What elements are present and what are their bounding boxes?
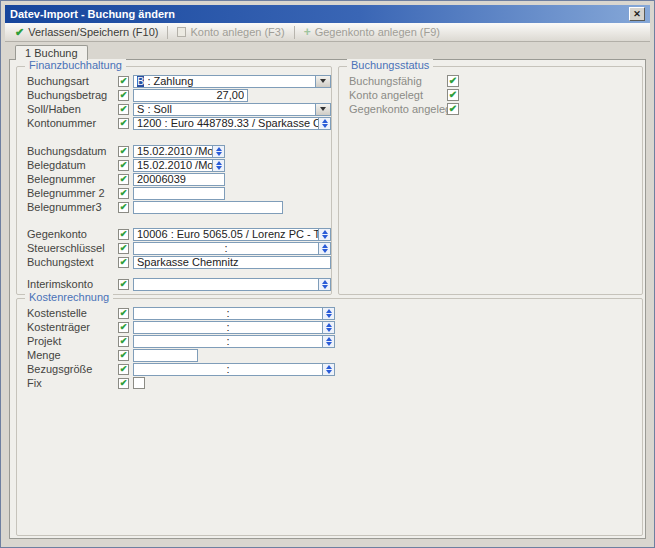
main-panel: Finanzbuchhaltung Buchungsart B : Zahlun… [9, 59, 646, 539]
interimskonto-spinner[interactable] [133, 278, 331, 291]
menge-apply-checkbox[interactable] [118, 350, 129, 361]
menge-input[interactable] [133, 349, 198, 362]
row-belegnummer3: Belegnummer3 [17, 200, 331, 214]
spinner-updown-icon[interactable] [322, 336, 334, 347]
fix-checkbox[interactable] [133, 377, 145, 389]
fix-apply-checkbox[interactable] [118, 378, 129, 389]
new-account-icon [177, 27, 186, 37]
kostenstelle-label: Kostenstelle [27, 307, 118, 319]
sollhaben-apply-checkbox[interactable] [118, 104, 129, 115]
steuerschluessel-spinner[interactable]: : [133, 242, 331, 255]
steuerschluessel-apply-checkbox[interactable] [118, 243, 129, 254]
belegnummer-apply-checkbox[interactable] [118, 174, 129, 185]
close-icon[interactable]: ✕ [629, 7, 645, 21]
buchungstext-apply-checkbox[interactable] [118, 257, 129, 268]
projekt-label: Projekt [27, 335, 118, 347]
kostentraeger-label: Kostenträger [27, 321, 118, 333]
row-menge: Menge [17, 348, 642, 362]
belegdatum-spinner[interactable]: 15.02.2010 /Mo [133, 159, 225, 172]
belegnummer2-label: Belegnummer 2 [27, 187, 118, 199]
belegnummer-input[interactable] [133, 173, 225, 186]
spinner-updown-icon[interactable] [318, 118, 330, 129]
projekt-apply-checkbox[interactable] [118, 336, 129, 347]
buchungsdatum-apply-checkbox[interactable] [118, 146, 129, 157]
gegenkonto-angelegt-label: Gegenkonto angelegt [349, 103, 447, 115]
chevron-down-icon[interactable] [315, 76, 330, 87]
kontonummer-value: 1200 : Euro 448789.33 / Sparkasse Chemni… [134, 117, 318, 129]
status-check-icon [447, 103, 459, 115]
status-row: Konto angelegt [339, 88, 642, 102]
tab-buchung[interactable]: 1 Buchung [15, 45, 88, 60]
buchungsbetrag-apply-checkbox[interactable] [118, 90, 129, 101]
create-contra-account-button[interactable]: Gegenkonto anlegen (F9) [298, 25, 446, 39]
status-check-icon [447, 89, 459, 101]
kontonummer-spinner[interactable]: 1200 : Euro 448789.33 / Sparkasse Chemni… [133, 117, 331, 130]
kostentraeger-apply-checkbox[interactable] [118, 322, 129, 333]
save-exit-button[interactable]: Verlassen/Speichern (F10) [9, 25, 164, 40]
steuerschluessel-label: Steuerschlüssel [27, 242, 118, 254]
gegenkonto-value: 10006 : Euro 5065.05 / Lorenz PC - Techn… [134, 228, 318, 240]
spinner-updown-icon[interactable] [318, 243, 330, 254]
interimskonto-apply-checkbox[interactable] [118, 279, 129, 290]
bezugsgroesse-value: : [134, 363, 322, 375]
buchungsdatum-spinner[interactable]: 15.02.2010 /Mo [133, 145, 225, 158]
toolbar-separator [167, 26, 168, 39]
row-fix: Fix [17, 376, 642, 390]
add-contra-account-icon [304, 26, 311, 38]
bezugsgroesse-spinner[interactable]: : [133, 363, 335, 376]
spinner-updown-icon[interactable] [322, 322, 334, 333]
status-row: Buchungsfähig [339, 74, 642, 88]
row-belegnummer: Belegnummer [17, 172, 331, 186]
projekt-spinner[interactable]: : [133, 335, 335, 348]
kostenstelle-spinner[interactable]: : [133, 307, 335, 320]
row-kostentraeger: Kostenträger : [17, 320, 642, 334]
buchungsart-dropdown[interactable]: B : Zahlung [133, 75, 331, 88]
belegnummer-label: Belegnummer [27, 173, 118, 185]
buchungsfaehig-label: Buchungsfähig [349, 75, 447, 87]
row-belegdatum: Belegdatum 15.02.2010 /Mo [17, 158, 331, 172]
gegenkonto-label: Gegenkonto [27, 228, 118, 240]
create-account-button[interactable]: Konto anlegen (F3) [171, 25, 290, 39]
row-buchungsdatum: Buchungsdatum 15.02.2010 /Mo [17, 144, 331, 158]
projekt-value: : [134, 335, 322, 347]
buchungsbetrag-input[interactable] [133, 89, 248, 102]
create-contra-account-label: Gegenkonto anlegen (F9) [315, 26, 440, 38]
row-steuerschluessel: Steuerschlüssel : [17, 241, 331, 255]
row-buchungsbetrag: Buchungsbetrag [17, 88, 331, 102]
belegnummer3-input[interactable] [133, 201, 283, 214]
window-title: Datev-Import - Buchung ändern [10, 8, 629, 20]
toolbar-separator [294, 26, 295, 39]
kostentraeger-spinner[interactable]: : [133, 321, 335, 334]
spinner-updown-icon[interactable] [212, 146, 224, 157]
kostenstelle-value: : [134, 307, 322, 319]
row-sollhaben: Soll/Haben S : Soll [17, 102, 331, 116]
spinner-updown-icon[interactable] [322, 364, 334, 375]
gegenkonto-apply-checkbox[interactable] [118, 229, 129, 240]
spinner-updown-icon[interactable] [318, 279, 330, 290]
group-finanzbuchhaltung: Finanzbuchhaltung Buchungsart B : Zahlun… [16, 66, 332, 295]
row-interimskonto: Interimskonto [17, 277, 331, 291]
spinner-updown-icon[interactable] [212, 160, 224, 171]
belegnummer3-apply-checkbox[interactable] [118, 202, 129, 213]
kontonummer-apply-checkbox[interactable] [118, 118, 129, 129]
row-kontonummer: Kontonummer 1200 : Euro 448789.33 / Spar… [17, 116, 331, 130]
buchungsdatum-label: Buchungsdatum [27, 145, 118, 157]
kostenstelle-apply-checkbox[interactable] [118, 308, 129, 319]
buchungsart-apply-checkbox[interactable] [118, 76, 129, 87]
buchungstext-input[interactable] [133, 256, 331, 269]
kontonummer-label: Kontonummer [27, 117, 118, 129]
row-bezugsgroesse: Bezugsgröße : [17, 362, 642, 376]
bezugsgroesse-apply-checkbox[interactable] [118, 364, 129, 375]
spinner-updown-icon[interactable] [322, 308, 334, 319]
buchungsdatum-value: 15.02.2010 /Mo [134, 145, 212, 157]
sollhaben-dropdown[interactable]: S : Soll [133, 103, 331, 116]
belegnummer2-apply-checkbox[interactable] [118, 188, 129, 199]
chevron-down-icon[interactable] [315, 104, 330, 115]
belegnummer2-input[interactable] [133, 187, 225, 200]
row-buchungstext: Buchungstext [17, 255, 331, 269]
gegenkonto-spinner[interactable]: 10006 : Euro 5065.05 / Lorenz PC - Techn… [133, 228, 331, 241]
spinner-updown-icon[interactable] [318, 229, 330, 240]
group-kostenrechnung: Kostenrechnung Kostenstelle : Kostenträg… [16, 298, 643, 536]
belegnummer3-label: Belegnummer3 [27, 201, 118, 213]
belegdatum-apply-checkbox[interactable] [118, 160, 129, 171]
